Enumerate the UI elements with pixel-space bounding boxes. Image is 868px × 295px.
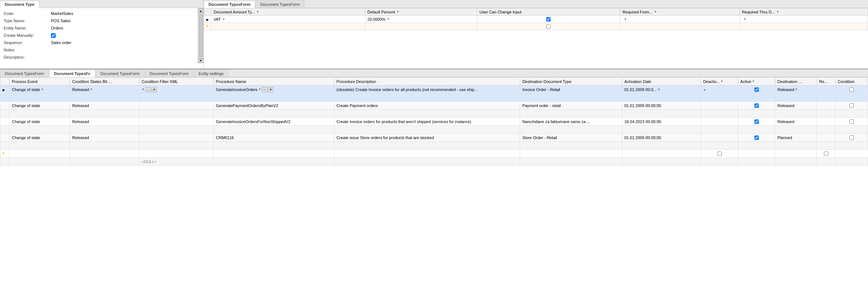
row-active[interactable]: [738, 102, 775, 110]
row-destination-doc-type[interactable]: Store Order - Retail: [520, 134, 622, 142]
th-required-from[interactable]: Required From... ▼: [620, 8, 740, 16]
th-doc-amount-dropdown[interactable]: ▼: [256, 10, 259, 13]
cfx-clear-btn[interactable]: ✕: [152, 87, 157, 92]
bottom-tab-3[interactable]: Document TypesForm: [96, 70, 144, 77]
create-manually-checkbox[interactable]: [51, 33, 56, 38]
tab-document-type[interactable]: Document Type: [0, 1, 39, 8]
bottom-tab-2[interactable]: Document TypesFc: [49, 70, 95, 77]
new-bottom-empty-cell[interactable]: [817, 150, 835, 158]
row-active-checkbox[interactable]: [754, 135, 759, 140]
new-row-required-from-cell[interactable]: [620, 23, 740, 30]
th-re[interactable]: Re...: [817, 78, 835, 86]
row-condition-filter-xml[interactable]: [139, 118, 214, 126]
new-row-checkbox[interactable]: [546, 24, 551, 29]
th-required-thru-dropdown[interactable]: ▼: [776, 10, 779, 13]
new-bottom-empty-cell[interactable]: [334, 150, 520, 158]
new-bottom-empty-cell[interactable]: [214, 150, 334, 158]
new-bottom-empty-cell[interactable]: [520, 150, 622, 158]
row-condition-checkbox[interactable]: [849, 87, 854, 92]
row-active[interactable]: [738, 118, 775, 126]
vat-type-cell[interactable]: VAT ▼: [211, 16, 365, 23]
th-process-event[interactable]: Process Event: [9, 78, 70, 86]
scroll-thumb[interactable]: [199, 14, 203, 57]
row-destination[interactable]: Released: [775, 102, 817, 110]
vat-percent-cell[interactable]: 20.0000% ▼: [365, 16, 477, 23]
pn-clear-btn[interactable]: ✕: [268, 87, 273, 92]
th-deactivation-filter[interactable]: ▼: [720, 80, 723, 83]
vat-percent-dropdown[interactable]: ▼: [387, 17, 390, 21]
row-destination[interactable]: Released: [775, 118, 817, 126]
row-condition-filter-xml[interactable]: [139, 102, 214, 110]
new-row-type-cell[interactable]: [211, 23, 365, 30]
row-active[interactable]: [738, 134, 775, 142]
row-activation-date[interactable]: 01.01.2009 00:00:00: [622, 134, 701, 142]
vat-required-thru-cell[interactable]: ▼: [740, 16, 868, 23]
row-destination-doc-type[interactable]: Invoice Order - Retail: [520, 86, 622, 94]
row-condition[interactable]: [835, 118, 868, 126]
vat-required-from-dropdown[interactable]: ▼: [624, 17, 627, 21]
row-condition[interactable]: [835, 134, 868, 142]
new-bottom-empty-cell[interactable]: [701, 150, 738, 158]
row-destination[interactable]: Released ▼: [775, 86, 817, 94]
vat-required-thru-dropdown[interactable]: ▼: [744, 17, 746, 21]
row-deactivation[interactable]: [701, 102, 738, 110]
th-procedure-desc[interactable]: Procedure Description: [334, 78, 520, 86]
new-bottom-empty-cell[interactable]: [139, 150, 214, 158]
deact-dropdown[interactable]: ▼: [703, 88, 706, 92]
row-condition-states-bit[interactable]: Released ▼: [70, 86, 139, 94]
vat-required-from-cell[interactable]: ▼: [620, 16, 740, 23]
pe-dropdown[interactable]: ▼: [41, 88, 44, 91]
scroll-down-arrow[interactable]: ▼: [198, 58, 203, 63]
new-bottom-empty-cell[interactable]: [622, 150, 701, 158]
vat-checkbox-cell[interactable]: [477, 16, 620, 23]
row-procedure-name[interactable]: GenerateInvoiceOrdersForNonShippedV2: [214, 118, 334, 126]
csb-dropdown[interactable]: ▼: [90, 88, 93, 91]
cfx-dots-btn[interactable]: ···: [145, 87, 151, 92]
vat-user-can-change-checkbox[interactable]: [546, 17, 551, 21]
row-active-checkbox[interactable]: [754, 87, 759, 92]
tab-right-1[interactable]: Document TypesForm: [204, 1, 255, 8]
th-doc-amount[interactable]: Document Amount Ty... ▼: [211, 8, 365, 16]
row-condition[interactable]: [835, 102, 868, 110]
row-condition-filter-xml[interactable]: ▼ ··· ✕: [139, 86, 214, 94]
tab-right-2[interactable]: Document TypesForm: [255, 0, 304, 8]
new-bottom-active-checkbox[interactable]: [717, 152, 722, 156]
row-active-checkbox[interactable]: [754, 103, 759, 108]
dest-dropdown[interactable]: ▼: [795, 88, 798, 91]
pn-dropdown[interactable]: ▼: [258, 88, 261, 91]
row-procedure-name[interactable]: GenerateInvoiceOrders ▼ ··· ✕: [214, 86, 334, 94]
row-condition-checkbox[interactable]: [849, 135, 854, 140]
th-default-percent-dropdown[interactable]: ▼: [396, 10, 399, 13]
row-condition-checkbox[interactable]: [849, 119, 854, 124]
row-deactivation[interactable]: [701, 134, 738, 142]
th-activation-date[interactable]: Activation Date: [622, 78, 701, 86]
th-active[interactable]: Active ▼: [738, 78, 775, 86]
th-condition-states-bit[interactable]: Condition States Bit ...: [70, 78, 139, 86]
row-process-event[interactable]: Change of state ▼: [9, 86, 70, 94]
th-procedure-name[interactable]: Procedure Name: [214, 78, 334, 86]
row-destination-doc-type[interactable]: Narezhdane za fakturirane samo za ...: [520, 118, 622, 126]
row-condition-states-bit[interactable]: Released: [70, 102, 139, 110]
th-deactivation[interactable]: Deactiv... ▼: [701, 78, 738, 86]
new-bottom-empty-cell[interactable]: [9, 150, 70, 158]
new-row-checkbox-cell[interactable]: [477, 23, 620, 30]
row-condition[interactable]: [835, 86, 868, 94]
new-bottom-empty-cell[interactable]: [775, 150, 817, 158]
row-process-event[interactable]: Change of state: [9, 134, 70, 142]
new-row-percent-cell[interactable]: [365, 23, 477, 30]
row-process-event[interactable]: Change of state: [9, 102, 70, 110]
th-required-thru[interactable]: Required Thru D... ▼: [740, 8, 868, 16]
pn-dots-btn[interactable]: ···: [262, 87, 267, 92]
th-default-percent[interactable]: Default Percent ▼: [365, 8, 477, 16]
new-row-required-thru-cell[interactable]: [740, 23, 868, 30]
row-condition-checkbox[interactable]: [849, 103, 854, 108]
th-required-from-dropdown[interactable]: ▼: [654, 10, 657, 13]
row-active-checkbox[interactable]: [754, 119, 759, 124]
row-destination[interactable]: Planned: [775, 134, 817, 142]
row-activation-date[interactable]: 01.01.2009 00:00:00: [622, 102, 701, 110]
bottom-tab-5[interactable]: Entity settings: [194, 70, 228, 77]
bottom-tab-4[interactable]: Document TypesForm: [145, 70, 194, 77]
new-bottom-empty-cell[interactable]: [70, 150, 139, 158]
th-active-filter[interactable]: ▼: [752, 80, 755, 83]
th-destination-doc-type[interactable]: Destination Document Type: [520, 78, 622, 86]
